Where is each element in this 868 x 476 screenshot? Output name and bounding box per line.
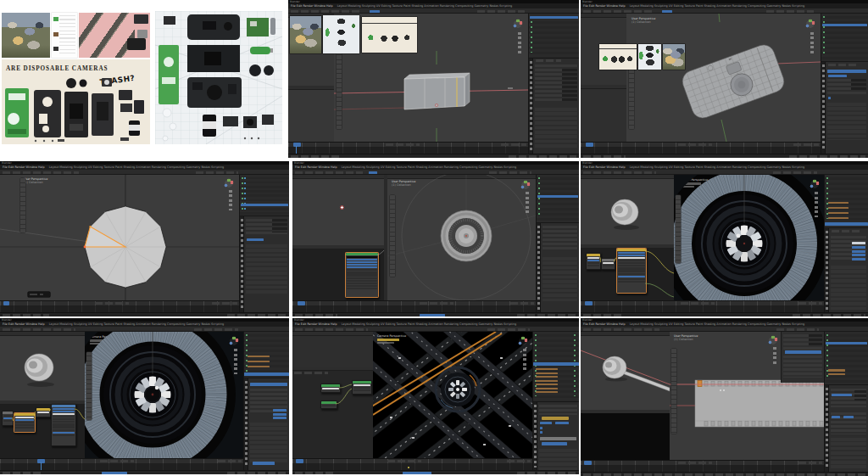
- action-field[interactable]: [542, 417, 569, 420]
- viewport-toolbar[interactable]: [337, 51, 342, 129]
- base-color-swatch[interactable]: [852, 242, 865, 244]
- playhead-handle[interactable]: [293, 143, 301, 147]
- viewport-toolbar[interactable]: [671, 349, 676, 434]
- navigation-gizmo-icon[interactable]: [520, 180, 531, 190]
- viewport-toolbar[interactable]: [676, 195, 681, 263]
- properties-tab-icons[interactable]: [533, 402, 537, 470]
- bake-button[interactable]: [540, 437, 576, 440]
- properties-tab-icons[interactable]: [825, 228, 829, 312]
- outliner[interactable]: [529, 14, 579, 58]
- transform-values[interactable]: [562, 69, 577, 101]
- navigation-gizmo-icon[interactable]: [518, 336, 528, 346]
- viewport-nav-icons[interactable]: [810, 32, 814, 54]
- collapsed-panels[interactable]: [827, 103, 866, 140]
- playhead-handle[interactable]: [586, 143, 593, 147]
- outliner-selected-row[interactable]: [537, 195, 578, 198]
- properties-panel-material[interactable]: [244, 378, 289, 470]
- viewport-rendered[interactable]: Camera Perspective: [674, 175, 824, 300]
- playhead-handle[interactable]: [3, 301, 9, 305]
- collapsed-panels[interactable]: [831, 266, 866, 310]
- object-rows[interactable]: [539, 405, 577, 415]
- playhead-line[interactable]: [296, 146, 297, 154]
- viewport-rendered[interactable]: Camera Perspective: [85, 332, 243, 458]
- shader-editor[interactable]: [292, 367, 373, 458]
- modifier-toggle-buttons[interactable]: [832, 394, 852, 396]
- timeline[interactable]: [581, 142, 821, 154]
- properties-search[interactable]: [536, 59, 561, 62]
- value-slider[interactable]: [273, 413, 287, 416]
- playhead-handle[interactable]: [296, 459, 303, 463]
- active-material-row[interactable]: [825, 222, 868, 226]
- modifier-values[interactable]: [272, 219, 287, 232]
- properties-tab-icons[interactable]: [244, 378, 248, 470]
- collapsed-panels[interactable]: [542, 257, 577, 301]
- outliner[interactable]: [821, 14, 868, 61]
- modifier-values[interactable]: [851, 79, 866, 91]
- viewport-nav-icons[interactable]: [815, 192, 818, 217]
- shader-editor[interactable]: [581, 244, 674, 300]
- timeline-track[interactable]: [581, 465, 824, 472]
- ior-slider[interactable]: [852, 254, 865, 256]
- properties-panel-object[interactable]: [533, 401, 579, 470]
- outliner-selected-row[interactable]: [822, 24, 867, 26]
- timeline-track[interactable]: [0, 305, 239, 312]
- playhead-line[interactable]: [41, 462, 42, 470]
- collapsed-panels[interactable]: [535, 108, 577, 148]
- roughness-slider[interactable]: [852, 250, 865, 253]
- outliner-selected-row[interactable]: [826, 342, 867, 344]
- timeline-track[interactable]: [292, 305, 536, 312]
- collapsed-panels[interactable]: [831, 438, 866, 468]
- value-slider[interactable]: [273, 409, 287, 412]
- input-node[interactable]: [2, 411, 14, 426]
- viewport-left[interactable]: [292, 175, 384, 245]
- viewport-rendered[interactable]: Camera Perspective: [373, 332, 532, 458]
- alpha-slider[interactable]: [852, 258, 865, 260]
- optimal-display-checkbox[interactable]: [828, 97, 831, 99]
- viewport-nav-icons[interactable]: [523, 349, 526, 372]
- timeline-track[interactable]: [288, 147, 528, 154]
- playhead-handle[interactable]: [585, 301, 593, 305]
- timeline[interactable]: [581, 300, 824, 312]
- principled-bsdf-node[interactable]: [345, 252, 379, 298]
- properties-tab-icons[interactable]: [821, 62, 826, 154]
- math-node[interactable]: [36, 407, 51, 417]
- output-node[interactable]: [352, 380, 372, 395]
- outliner-selected-row[interactable]: [530, 16, 578, 19]
- navigation-gizmo-icon[interactable]: [768, 335, 778, 345]
- outliner[interactable]: [240, 175, 289, 216]
- editor-header[interactable]: [288, 86, 334, 90]
- properties-panel-modifiers[interactable]: [821, 61, 868, 154]
- properties-tab-icons[interactable]: [240, 216, 244, 312]
- modifier-toggle-buttons[interactable]: [843, 416, 854, 418]
- viewport-3d[interactable]: User Perspective(1) Collection: [626, 14, 821, 142]
- collapsed-panels[interactable]: [250, 423, 287, 463]
- timeline-track[interactable]: [0, 463, 243, 470]
- value-slider[interactable]: [273, 417, 287, 419]
- shader-editor[interactable]: [292, 245, 384, 300]
- timeline[interactable]: [581, 460, 824, 472]
- checkbox[interactable]: [540, 431, 542, 434]
- sidebar-n-panel[interactable]: [781, 332, 824, 383]
- timeline[interactable]: [292, 458, 532, 470]
- apply-button[interactable]: [785, 350, 821, 354]
- viewport-secondary[interactable]: [581, 332, 670, 410]
- properties-tab-icons[interactable]: [537, 223, 541, 312]
- principled-bsdf-node[interactable]: [616, 248, 647, 294]
- navigation-gizmo-icon[interactable]: [805, 19, 815, 29]
- material-rows[interactable]: [542, 226, 577, 251]
- properties-panel-modifiers[interactable]: [240, 216, 289, 312]
- properties-tab-icons[interactable]: [825, 385, 829, 472]
- viewport-toolbar[interactable]: [390, 195, 395, 277]
- viewport-nav-icons[interactable]: [229, 190, 232, 210]
- mapping-node[interactable]: [601, 258, 615, 270]
- collapsed-panels[interactable]: [246, 244, 287, 294]
- modifier-toggle-buttons[interactable]: [247, 238, 264, 241]
- viewport-toolbar[interactable]: [20, 178, 25, 232]
- secondary-pane-bottom[interactable]: [581, 85, 626, 142]
- viewport-3d[interactable]: User Perspective(1) Collection: [387, 175, 536, 300]
- editor-header[interactable]: [292, 332, 373, 336]
- viewport-nav-icons[interactable]: [526, 192, 529, 216]
- texture-node[interactable]: [586, 253, 601, 270]
- outliner[interactable]: [825, 332, 868, 384]
- timeline-track[interactable]: [581, 147, 821, 154]
